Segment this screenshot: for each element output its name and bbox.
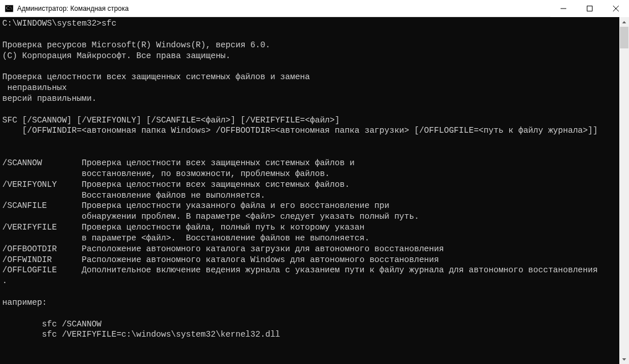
scrollbar-down-button[interactable] bbox=[619, 354, 629, 364]
option-verifyfile: /VERIFYFILE Проверка целостности файла, … bbox=[2, 223, 364, 232]
scrollbar-up-button[interactable] bbox=[619, 17, 629, 27]
usage-line: SFC [/SCANNOW] [/VERIFYONLY] [/SCANFILE=… bbox=[2, 116, 340, 125]
window-titlebar[interactable]: C:\ Администратор: Командная строка bbox=[0, 0, 629, 17]
terminal-output[interactable]: C:\WINDOWS\system32>sfc Проверка ресурсо… bbox=[0, 17, 619, 364]
close-button[interactable] bbox=[603, 0, 629, 17]
cmd-icon: C:\ bbox=[5, 4, 14, 13]
svg-rect-3 bbox=[587, 6, 593, 11]
example-line: sfc /VERIFYFILE=c:\windows\system32\kern… bbox=[2, 330, 280, 339]
option-offwindir: /OFFWINDIR Расположение автономного ката… bbox=[2, 255, 439, 264]
option-scannow: восстановление, по возможности, проблемн… bbox=[2, 169, 330, 178]
option-verifyonly: Восстановление файлов не выполняется. bbox=[2, 191, 265, 200]
svg-marker-7 bbox=[622, 358, 626, 361]
scrollbar-thumb[interactable] bbox=[620, 27, 628, 48]
example-label: например: bbox=[2, 298, 47, 307]
header-line: Проверка ресурсов Microsoft(R) Windows(R… bbox=[2, 40, 270, 50]
option-offlogfile: /OFFLOGFILE Дополнительное включение вед… bbox=[2, 265, 598, 275]
terminal-viewport: C:\WINDOWS\system32>sfc Проверка ресурсо… bbox=[0, 17, 629, 364]
option-offbootdir: /OFFBOOTDIR Расположение автономного кат… bbox=[2, 244, 444, 253]
description-line: неправильных bbox=[2, 83, 67, 92]
usage-line: [/OFFWINDIR=<автономная папка Windows> /… bbox=[2, 126, 598, 135]
scrollbar-track[interactable] bbox=[619, 27, 629, 354]
maximize-button[interactable] bbox=[577, 0, 603, 17]
option-scanfile: обнаружении проблем. В параметре <файл> … bbox=[2, 212, 419, 221]
option-scanfile: /SCANFILE Проверка целостности указанног… bbox=[2, 201, 389, 210]
svg-marker-6 bbox=[622, 21, 626, 23]
option-verifyonly: /VERIFYONLY Проверка целостности всех за… bbox=[2, 180, 350, 189]
dot-line: . bbox=[2, 276, 7, 285]
svg-text:C:\: C:\ bbox=[6, 6, 13, 11]
vertical-scrollbar[interactable] bbox=[619, 17, 629, 364]
prompt-line: C:\WINDOWS\system32>sfc bbox=[2, 19, 116, 28]
option-scannow: /SCANNOW Проверка целостности всех защищ… bbox=[2, 158, 355, 167]
option-verifyfile: в параметре <файл>. Восстановление файло… bbox=[2, 234, 370, 243]
description-line: версий правильными. bbox=[2, 94, 96, 103]
window-title: Администратор: Командная строка bbox=[17, 5, 129, 13]
minimize-button[interactable] bbox=[550, 0, 577, 17]
header-line: (C) Корпорация Майкрософт. Все права защ… bbox=[2, 51, 230, 60]
example-line: sfc /SCANNOW bbox=[2, 320, 102, 329]
description-line: Проверка целостности всех защищенных сис… bbox=[2, 72, 310, 81]
